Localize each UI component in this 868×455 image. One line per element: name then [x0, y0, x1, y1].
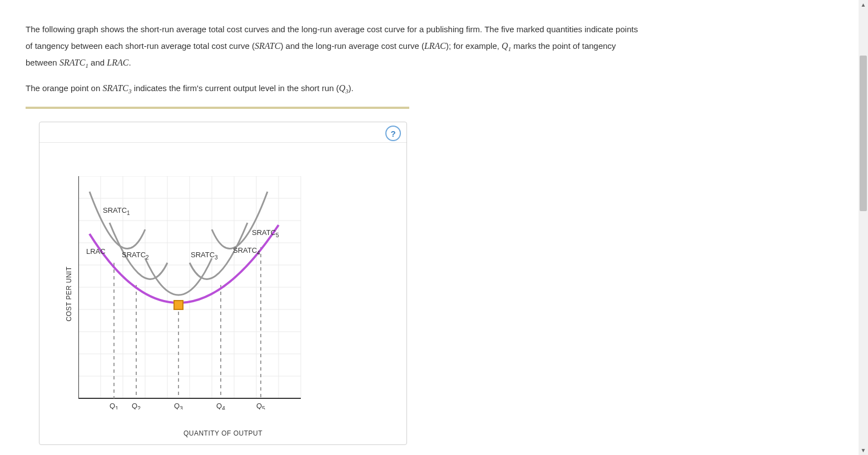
x-axis-label: QUANTITY OF OUTPUT [183, 429, 262, 437]
p1-part-c: ); for example, [446, 41, 502, 51]
svg-text:SRATC1: SRATC1 [103, 206, 130, 216]
sratc5-label: SRATC5 [252, 228, 279, 238]
chart-header: ? [39, 122, 406, 143]
svg-text:Q5: Q5 [256, 402, 265, 409]
p1-part-b: ) and the long-run average cost curve ( [280, 41, 424, 51]
svg-text:Q4: Q4 [216, 402, 225, 409]
chart-frame: ? COST PER UNIT [39, 122, 407, 445]
lrac-label: LRAC [86, 247, 106, 256]
p2-part-c: ). [349, 83, 354, 93]
x-tick-labels: Q1 Q2 Q3 Q4 Q5 [110, 402, 265, 409]
help-icon: ? [390, 129, 395, 138]
scroll-up-icon[interactable]: ▲ [859, 0, 868, 9]
chart-area[interactable]: COST PER UNIT [39, 143, 406, 445]
paragraph-2: The orange point on SRATC3 indicates the… [26, 80, 643, 97]
svg-text:Q3: Q3 [174, 402, 183, 409]
section-divider [26, 107, 409, 109]
p1-part-f: . [128, 58, 131, 67]
page-root: The following graph shows the short-run … [0, 0, 868, 455]
help-button[interactable]: ? [385, 126, 401, 141]
sratc1-term: SRATC [59, 58, 86, 67]
svg-text:Q1: Q1 [110, 402, 118, 409]
sratc3-curve [145, 258, 212, 295]
y-axis-label: COST PER UNIT [65, 267, 73, 322]
p2-part-b: indicates the firm's current output leve… [131, 83, 339, 93]
svg-text:SRATC3: SRATC3 [191, 251, 218, 261]
lrac2-term: LRAC [107, 58, 128, 67]
question-text: The following graph shows the short-run … [26, 13, 643, 106]
p1-part-e: and [88, 58, 107, 67]
scroll-thumb[interactable] [860, 56, 867, 211]
svg-text:SRATC5: SRATC5 [252, 228, 279, 238]
scroll-down-icon[interactable]: ▼ [859, 446, 868, 455]
current-output-point[interactable] [174, 301, 183, 309]
paragraph-1: The following graph shows the short-run … [26, 22, 643, 72]
sratc3-label: SRATC3 [191, 251, 218, 261]
sratc3-term: SRATC [102, 83, 128, 93]
lrac-term: LRAC [424, 41, 446, 51]
q1-term: Q [502, 41, 508, 51]
lrac-curve [90, 225, 279, 303]
chart-svg: LRAC SRATC1 SRATC2 SRATC3 SRATC4 SRATC5 [78, 176, 312, 409]
svg-text:Q2: Q2 [132, 402, 141, 409]
vertical-scrollbar[interactable]: ▲ ▼ [859, 0, 868, 455]
p2-part-a: The orange point on [26, 83, 102, 93]
sratc1-label: SRATC1 [103, 206, 130, 216]
q3-term: Q [339, 83, 346, 93]
sratc-term: SRATC [255, 41, 281, 51]
